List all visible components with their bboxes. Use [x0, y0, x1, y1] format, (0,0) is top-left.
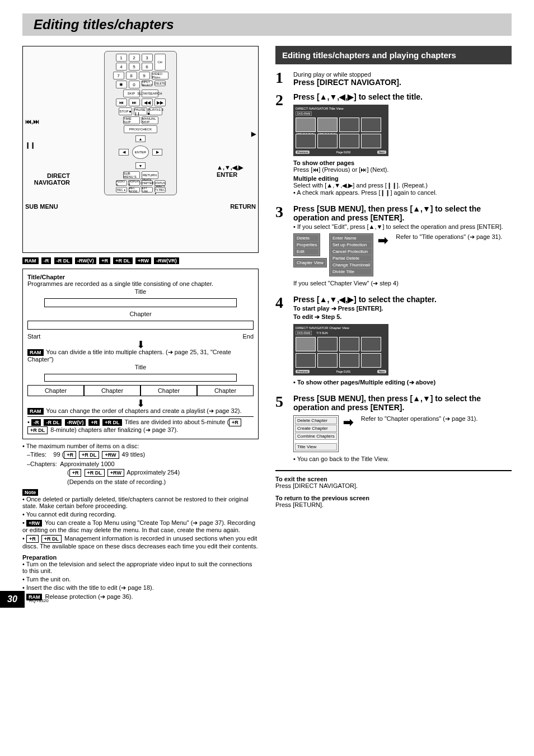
note-rw-badge: +RW — [26, 520, 42, 527]
menu-right: Enter Name Set up Protection Cancel Prot… — [329, 233, 373, 276]
badge-plusrdl: +R DL — [113, 257, 132, 264]
prep-ram: Release protection (➔ page 36). — [45, 593, 133, 600]
dpad-up-icon: ▲ — [135, 135, 146, 142]
mr-3: Partial Delete — [331, 255, 372, 261]
badge-rwvr: -RW(VR) — [154, 257, 179, 264]
cb-1: +R DL — [85, 469, 105, 477]
menu-left-2: Chapter View — [293, 258, 327, 267]
step-4-main: Press [▲,▼,◀,▶] to select the chapter. — [293, 295, 512, 304]
chapter-cell-1: Chapter — [27, 385, 84, 396]
cthumb-7 — [339, 353, 359, 368]
fb2-1: +R DL — [27, 426, 48, 434]
step-5-menu-wrap: Delete Chapter Create Chapter Combine Ch… — [293, 415, 512, 452]
key-input: INPUT SELECT — [142, 81, 153, 86]
step-3-menu-wrap: Delete Properties Edit Chapter View Ente… — [293, 233, 512, 276]
prep-3: Insert the disc with the title to edit (… — [26, 584, 154, 591]
key-videoplus: VIDEO Plus+ — [152, 72, 168, 79]
ml2: Chapter View — [295, 260, 325, 266]
dpad-down-icon: ▼ — [135, 162, 146, 169]
step-5-refer: Refer to "Chapter operations" (➔ page 31… — [361, 415, 478, 422]
badge-rwv: -RW(V) — [75, 257, 96, 264]
chapter-cell-2: Chapter — [84, 385, 140, 396]
ml-0: Delete — [295, 235, 318, 241]
remote-diagram: ⏮,⏭ ❙❙ DIRECT NAVIGATOR SUB MENU ▶ ▲,▼,◀… — [22, 46, 259, 253]
note-rw: You can create a Top Menu using "Create … — [22, 519, 255, 533]
sb4-disc: DVD-RAM — [296, 331, 312, 335]
prep-1: Turn on the television and select the ap… — [22, 561, 252, 574]
cthumb-6 — [317, 353, 338, 368]
step-5-num: 5 — [275, 394, 288, 464]
prep-2: Turn the unit on. — [26, 576, 71, 583]
thumb-6 — [317, 134, 338, 148]
badge-r: -R — [41, 257, 51, 264]
key-9: 9 — [139, 72, 150, 79]
return-h: To return to the previous screen — [275, 495, 369, 501]
key-0: 0 — [129, 81, 140, 88]
sb4-info: 7/ 5 SUN — [316, 331, 327, 335]
max-items-block: • The maximum number of items on a disc:… — [22, 443, 259, 485]
cthumb-1 — [296, 337, 316, 351]
tb-2: +RW — [102, 451, 119, 459]
arrow-right-icon-2: ➡ — [343, 415, 353, 430]
mr-4: Change Thumbnail — [331, 262, 372, 268]
step-3: 3 Press [SUB MENU], then press [▲,▼] to … — [275, 204, 512, 289]
prep-heading: Preparation — [22, 554, 259, 561]
cthumb-4 — [361, 337, 381, 351]
chapters-row: –Chapters: — [27, 461, 57, 467]
sb4-next: Next — [377, 370, 386, 373]
fb1-0: -R — [31, 419, 41, 426]
max-items: The maximum number of items on a disc: — [26, 443, 139, 449]
title-chapter-box: Title/Chapter Programmes are recorded as… — [22, 269, 259, 439]
label-submenu: SUB MENU — [25, 203, 58, 210]
key-rew: ◀◀ — [142, 98, 153, 106]
key-pause: PAUSE ❙❙ — [134, 107, 147, 115]
badge-plusr: +R — [99, 257, 110, 264]
label-pause: ❙❙ — [25, 142, 35, 149]
right-header: Editing titles/chapters and playing chap… — [275, 46, 512, 64]
s5m-2: Combine Chapters — [295, 433, 337, 440]
mr-0: Enter Name — [331, 235, 372, 241]
badge-ram: RAM — [22, 257, 39, 264]
arrow-down-icon: ⬇ — [27, 341, 254, 349]
note-1: Once deleted or partially deleted, title… — [22, 496, 249, 509]
tc-title-label-2: Title — [27, 364, 254, 370]
key-3: 3 — [142, 54, 153, 62]
chapter-cell-4: Chapter — [197, 385, 254, 396]
thumb-5 — [296, 134, 316, 148]
step-4-sub2: To edit ➔ Step 5. — [293, 313, 512, 321]
arrow-right-icon: ➡ — [378, 233, 388, 248]
step-2: 2 Press [▲,▼,◀,▶] to select the title. D… — [275, 92, 512, 199]
tip-show-pages-body: Press [⏮] (Previous) or [⏭] (Next). — [293, 166, 389, 173]
step-1: 1 During play or while stopped Press [DI… — [275, 70, 512, 87]
exit-h: To exit the screen — [275, 476, 327, 482]
tc-start: Start — [27, 333, 40, 340]
nrl-0: +R — [26, 535, 39, 543]
preparation-block: Preparation • Turn on the television and… — [22, 554, 259, 600]
thumb-8 — [361, 134, 381, 148]
key-6: 6 — [142, 63, 153, 71]
sb4-title: DIRECT NAVIGATOR Chapter View — [296, 326, 349, 330]
key-create-chapter: CREATE CHAPTER C — [142, 180, 153, 186]
key-enter: ENTER — [132, 145, 149, 159]
thumb-1: ARD 7/ 5 SUN — [296, 118, 316, 132]
tb-0: +R — [64, 451, 76, 459]
s5m-1: Create Chapter — [295, 425, 337, 432]
note-block: Note • Once deleted or partially deleted… — [22, 489, 259, 550]
tip-show-pages: To show other pages — [293, 159, 354, 166]
cb-0: +R — [69, 469, 82, 477]
manual-code: RQT8320 — [29, 598, 49, 603]
step-3-sub: • If you select "Edit", press [▲,▼] to s… — [293, 223, 512, 230]
label-return: RETURN — [230, 203, 256, 210]
key-2: 2 — [129, 54, 140, 62]
cthumb-3 — [339, 337, 359, 351]
chapter-cell-3: Chapter — [140, 385, 197, 396]
key-ff: ▶▶ — [154, 98, 166, 106]
cthumb-8 — [361, 353, 381, 368]
cthumb-2 — [317, 337, 338, 351]
sb4-prev: Previous — [296, 370, 310, 373]
step-4-sub1: To start play ➔ Press [ENTER]. — [293, 305, 512, 312]
chapters-val3: (Depends on the state of recording.) — [67, 478, 259, 485]
tc-heading: Title/Chapter — [27, 274, 254, 280]
dpad: ▲ ▼ ◀ ▶ ENTER — [115, 135, 166, 169]
nrl-1: +R DL — [41, 535, 62, 543]
